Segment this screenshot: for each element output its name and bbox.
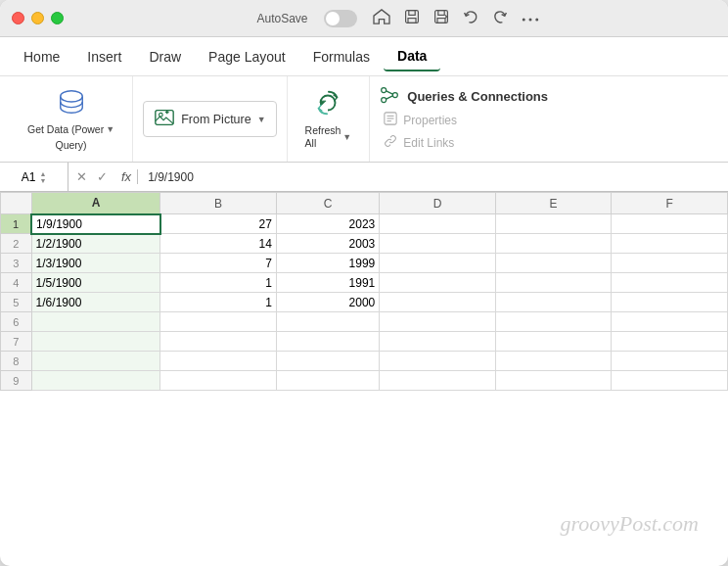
menu-data[interactable]: Data bbox=[384, 42, 440, 71]
cell[interactable] bbox=[160, 371, 277, 391]
queries-connections-button[interactable]: Queries & Connections bbox=[380, 85, 548, 108]
formula-bar: A1 ▲ ▼ ✕ ✓ fx 1/9/1900 bbox=[0, 163, 728, 192]
cell[interactable] bbox=[495, 234, 612, 254]
refresh-all-button[interactable]: Refresh All ▼ bbox=[297, 84, 360, 153]
title-bar: AutoSave bbox=[0, 0, 728, 37]
cancel-icon[interactable]: ✕ bbox=[76, 169, 87, 184]
svg-line-15 bbox=[387, 91, 393, 94]
cell[interactable] bbox=[612, 352, 728, 371]
col-header-A[interactable]: A bbox=[31, 193, 160, 214]
confirm-icon[interactable]: ✓ bbox=[97, 169, 108, 184]
cell-ref-stepper[interactable]: ▲ ▼ bbox=[39, 170, 46, 184]
cell[interactable] bbox=[276, 371, 379, 391]
cell[interactable]: 1/3/1900 bbox=[31, 254, 160, 273]
cell[interactable] bbox=[612, 234, 728, 254]
autosave-toggle[interactable] bbox=[324, 10, 357, 27]
row-number: 1 bbox=[1, 214, 32, 234]
maximize-button[interactable] bbox=[51, 12, 64, 24]
cell[interactable] bbox=[612, 214, 728, 234]
cell[interactable]: 27 bbox=[160, 214, 277, 234]
minimize-button[interactable] bbox=[31, 12, 44, 24]
cell[interactable] bbox=[380, 312, 496, 332]
refresh-all-label2: All bbox=[305, 137, 341, 150]
refresh-all-label1: Refresh bbox=[305, 124, 341, 137]
undo-icon[interactable] bbox=[463, 9, 478, 28]
cell[interactable] bbox=[31, 332, 160, 352]
spreadsheet[interactable]: A B C D E F 11/9/190027202321/2/19001420… bbox=[0, 192, 728, 391]
cell[interactable]: 1/6/1900 bbox=[31, 293, 160, 312]
get-data-button[interactable]: Get Data (Power ▼ Query) bbox=[20, 83, 122, 155]
redo-icon[interactable] bbox=[492, 9, 508, 28]
close-button[interactable] bbox=[12, 12, 24, 24]
svg-point-13 bbox=[382, 98, 387, 103]
cell[interactable] bbox=[495, 352, 612, 371]
formula-content[interactable]: 1/9/1900 bbox=[138, 170, 728, 184]
svg-rect-4 bbox=[437, 10, 443, 15]
cell[interactable] bbox=[612, 293, 728, 312]
cell-reference-box[interactable]: A1 ▲ ▼ bbox=[0, 163, 68, 191]
menu-insert[interactable]: Insert bbox=[73, 43, 135, 71]
cell[interactable] bbox=[612, 371, 728, 391]
menu-draw[interactable]: Draw bbox=[135, 43, 195, 71]
cell[interactable]: 2003 bbox=[276, 234, 379, 254]
cell[interactable] bbox=[380, 332, 496, 352]
cell[interactable] bbox=[31, 352, 160, 371]
cell[interactable] bbox=[31, 312, 160, 332]
cell[interactable]: 7 bbox=[160, 254, 277, 273]
cell[interactable] bbox=[612, 273, 728, 293]
menu-page-layout[interactable]: Page Layout bbox=[195, 43, 299, 71]
col-header-B[interactable]: B bbox=[160, 193, 277, 214]
cell[interactable]: 1/2/1900 bbox=[31, 234, 160, 254]
cell[interactable] bbox=[495, 293, 612, 312]
cell[interactable] bbox=[160, 312, 277, 332]
cell[interactable] bbox=[612, 254, 728, 273]
cell[interactable] bbox=[160, 332, 277, 352]
more-icon[interactable] bbox=[522, 9, 539, 28]
cell[interactable] bbox=[612, 312, 728, 332]
col-header-D[interactable]: D bbox=[380, 193, 496, 214]
cell[interactable]: 1 bbox=[160, 273, 277, 293]
cell[interactable]: 14 bbox=[160, 234, 277, 254]
cell[interactable] bbox=[276, 332, 379, 352]
home-icon[interactable] bbox=[373, 9, 390, 28]
from-picture-chevron: ▼ bbox=[257, 115, 266, 124]
cell[interactable] bbox=[495, 371, 612, 391]
cell[interactable] bbox=[380, 273, 496, 293]
cell[interactable] bbox=[276, 352, 379, 371]
properties-button[interactable]: Properties bbox=[380, 110, 548, 130]
cell[interactable] bbox=[495, 312, 612, 332]
save-as-icon[interactable] bbox=[433, 9, 449, 28]
watermark: groovyPost.com bbox=[560, 511, 699, 537]
cell[interactable] bbox=[495, 332, 612, 352]
cell[interactable] bbox=[31, 371, 160, 391]
cell[interactable] bbox=[380, 254, 496, 273]
cell[interactable] bbox=[160, 352, 277, 371]
cell[interactable] bbox=[380, 234, 496, 254]
cell[interactable]: 1999 bbox=[276, 254, 379, 273]
cell[interactable] bbox=[276, 312, 379, 332]
cell[interactable]: 2023 bbox=[276, 214, 379, 234]
save-icon[interactable] bbox=[404, 9, 420, 28]
col-header-C[interactable]: C bbox=[276, 193, 379, 214]
edit-links-button[interactable]: Edit Links bbox=[380, 132, 548, 153]
cell[interactable]: 1 bbox=[160, 293, 277, 312]
cell[interactable] bbox=[495, 273, 612, 293]
col-header-F[interactable]: F bbox=[612, 193, 728, 214]
cell[interactable]: 1/9/1900 bbox=[31, 214, 160, 234]
from-picture-button[interactable]: From Picture ▼ bbox=[143, 101, 276, 137]
cell[interactable] bbox=[380, 293, 496, 312]
cell[interactable]: 1/5/1900 bbox=[31, 273, 160, 293]
cell[interactable] bbox=[495, 214, 612, 234]
cell[interactable] bbox=[612, 332, 728, 352]
menu-formulas[interactable]: Formulas bbox=[299, 43, 384, 71]
cell[interactable] bbox=[380, 371, 496, 391]
col-header-E[interactable]: E bbox=[495, 193, 612, 214]
table-row: 9 bbox=[1, 371, 728, 391]
cell[interactable] bbox=[380, 352, 496, 371]
menu-home[interactable]: Home bbox=[10, 43, 73, 71]
edit-links-icon bbox=[384, 134, 397, 151]
cell[interactable] bbox=[380, 214, 496, 234]
cell[interactable] bbox=[495, 254, 612, 273]
cell[interactable]: 2000 bbox=[276, 293, 379, 312]
cell[interactable]: 1991 bbox=[276, 273, 379, 293]
